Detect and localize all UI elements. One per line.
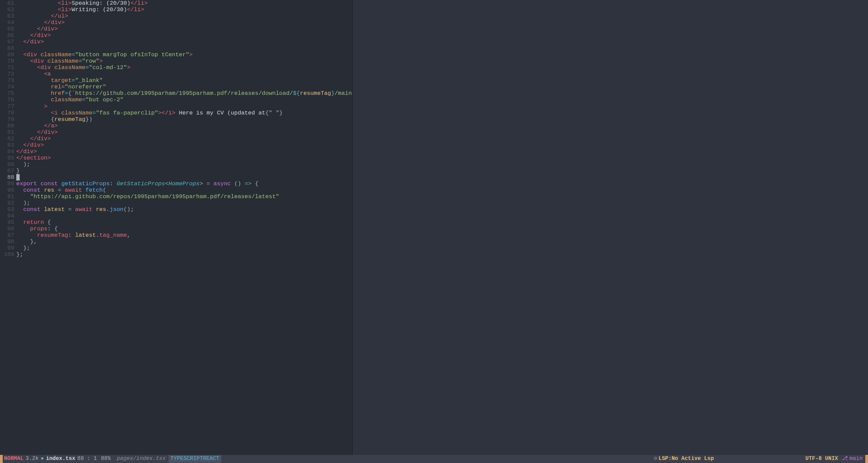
token: await xyxy=(65,187,85,193)
code-line[interactable]: </div> xyxy=(16,26,352,32)
code-line[interactable]: const latest = await res.json(); xyxy=(16,206,352,213)
token: = xyxy=(206,181,213,187)
token: Here is my CV (updated at xyxy=(175,110,265,116)
code-line[interactable]: ); xyxy=(16,200,352,206)
code-line[interactable]: <li>Speaking: (20/30)</li> xyxy=(16,0,352,6)
scroll-percent: 88% xyxy=(101,456,117,462)
token: "fas fa-paperclip" xyxy=(96,110,158,116)
code-line[interactable]: > xyxy=(16,103,352,110)
line-number: 84 xyxy=(0,148,16,155)
code-line[interactable]: <li>Writing: (20/30)</li> xyxy=(16,6,352,13)
token xyxy=(16,142,23,148)
line-number: 74 xyxy=(0,84,16,90)
code-line[interactable] xyxy=(16,45,352,51)
token: ( xyxy=(103,187,106,193)
line-number: 79 xyxy=(0,116,16,123)
token xyxy=(16,77,51,84)
line-number: 99 xyxy=(0,245,16,251)
token: . xyxy=(96,232,99,238)
code-line[interactable]: </section> xyxy=(16,155,352,161)
code-line[interactable]: }; xyxy=(16,251,352,258)
token: return xyxy=(23,219,47,226)
token: : { xyxy=(47,226,58,232)
code-line[interactable]: props: { xyxy=(16,226,352,232)
token: = xyxy=(72,77,75,84)
token: < xyxy=(165,181,169,187)
code-line[interactable]: className="but opc-2" xyxy=(16,97,352,103)
line-number: 90 xyxy=(0,187,16,193)
token: = xyxy=(72,51,75,58)
token xyxy=(16,13,51,19)
code-line[interactable]: } xyxy=(16,168,352,174)
code-line[interactable]: <div className="row"> xyxy=(16,58,352,64)
code-line[interactable]: }, xyxy=(16,238,352,245)
line-number: 86 xyxy=(0,161,16,168)
token: "row" xyxy=(82,58,99,64)
token: () xyxy=(234,181,245,187)
code-line[interactable]: rel="noreferrer" xyxy=(16,84,352,90)
editor-pane-left[interactable]: 6162636465666768697071727374757677787980… xyxy=(0,0,353,455)
token: </div> xyxy=(37,26,58,32)
line-number: 87 xyxy=(0,168,16,174)
token: resumeTag xyxy=(54,116,85,123)
token xyxy=(16,0,58,6)
token xyxy=(54,187,58,193)
code-line[interactable]: }; xyxy=(16,245,352,251)
code-line[interactable]: </ul> xyxy=(16,13,352,19)
line-number: 68 xyxy=(0,45,16,51)
code-line[interactable]: </div> xyxy=(16,135,352,142)
token xyxy=(16,32,30,39)
token: > xyxy=(44,103,47,110)
token: Writing: (20/30) xyxy=(72,6,127,13)
token: const xyxy=(23,206,44,213)
line-number: 78 xyxy=(0,110,16,116)
code-line[interactable]: resumeTag: latest.tag_name, xyxy=(16,232,352,238)
code-line[interactable] xyxy=(16,174,352,181)
code-line[interactable]: <div className="button margTop ofsInTop … xyxy=(16,51,352,58)
code-line[interactable]: href={`https://github.com/1995parham/199… xyxy=(16,90,352,97)
token: resumeTag xyxy=(37,232,68,238)
editor-pane-right[interactable] xyxy=(353,0,868,455)
code-line[interactable]: </div> xyxy=(16,129,352,135)
code-line[interactable]: target="_blank" xyxy=(16,77,352,84)
code-line[interactable]: export const getStaticProps: GetStaticPr… xyxy=(16,181,352,187)
code-line[interactable]: <div className="col-md-12"> xyxy=(16,64,352,71)
token: </div> xyxy=(16,148,37,155)
token xyxy=(16,206,23,213)
status-accent-left xyxy=(0,455,3,463)
code-line[interactable]: </div> xyxy=(16,142,352,148)
token: "https://api.github.com/repos/1995parham… xyxy=(30,193,279,200)
code-line[interactable]: </div> xyxy=(16,19,352,26)
token: await xyxy=(75,206,96,213)
code-line[interactable]: <i className="fas fa-paperclip"></i> Her… xyxy=(16,110,352,116)
token: json xyxy=(110,206,123,213)
code-line[interactable]: ); xyxy=(16,161,352,168)
token xyxy=(16,64,37,71)
code-line[interactable]: </div> xyxy=(16,32,352,39)
code-line[interactable]: {resumeTag}) xyxy=(16,116,352,123)
token: : xyxy=(68,232,75,238)
token: ); xyxy=(16,200,30,206)
token xyxy=(16,110,51,116)
token xyxy=(16,187,23,193)
line-number: 63 xyxy=(0,13,16,19)
code-line[interactable]: </div> xyxy=(16,39,352,45)
token: <div xyxy=(23,51,40,58)
code-line[interactable]: "https://api.github.com/repos/1995parham… xyxy=(16,193,352,200)
line-number: 95 xyxy=(0,219,16,226)
line-number: 76 xyxy=(0,97,16,103)
git-branch: main xyxy=(850,456,865,462)
token xyxy=(16,193,30,200)
code-line[interactable]: </div> xyxy=(16,148,352,155)
token: target xyxy=(51,77,72,84)
line-number: 73 xyxy=(0,77,16,84)
code-line[interactable]: return { xyxy=(16,219,352,226)
code-line[interactable]: <a xyxy=(16,71,352,77)
token xyxy=(16,51,23,58)
code-line[interactable]: </a> xyxy=(16,123,352,129)
code-line[interactable] xyxy=(16,213,352,219)
token xyxy=(16,219,23,226)
code-line[interactable]: const res = await fetch( xyxy=(16,187,352,193)
code-area[interactable]: <li>Speaking: (20/30)</li> <li>Writing: … xyxy=(16,0,352,258)
line-number: 97 xyxy=(0,232,16,238)
